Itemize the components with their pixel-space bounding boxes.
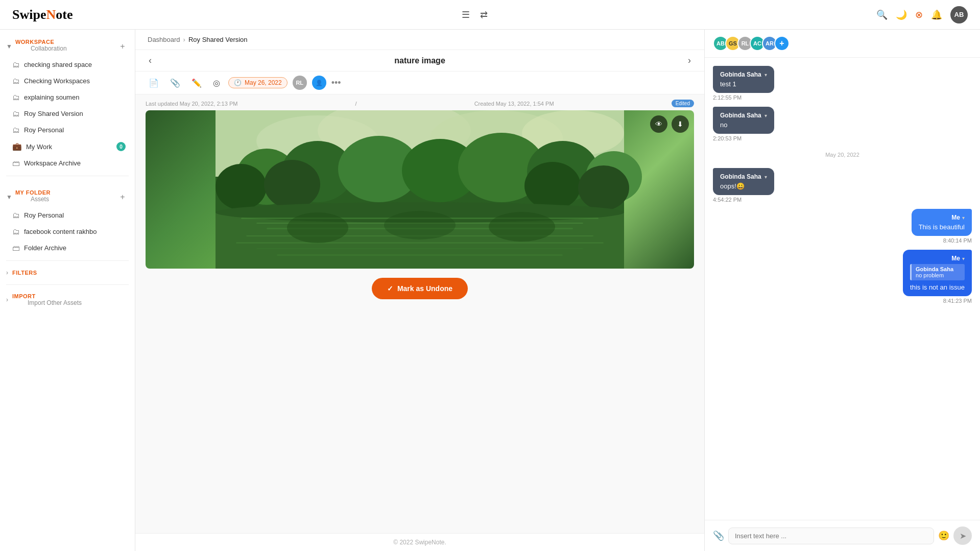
toolbar-user-avatar[interactable]: RL: [293, 76, 307, 90]
sidebar-item-folder-archive[interactable]: 🗃 Folder Archive: [3, 240, 132, 256]
me-label-5: Me: [951, 255, 960, 262]
mark-undone-button[interactable]: ✓ Mark as Undone: [372, 278, 468, 299]
svg-point-16: [578, 165, 629, 210]
chat-text-4: This is beautiful: [919, 223, 965, 231]
breadcrumb-current: Roy Shared Version: [188, 36, 248, 43]
chat-input-field[interactable]: [728, 528, 934, 544]
sender-chevron-3[interactable]: ▾: [764, 174, 767, 180]
image-download-button[interactable]: ⬇: [672, 115, 689, 133]
main-layout: ▼ WORKSPACE Collaboration + 🗂 checking s…: [0, 30, 980, 551]
sender-name-1: Gobinda Saha: [720, 71, 761, 78]
notification-button[interactable]: 🔔: [931, 9, 942, 20]
note-header: ‹ nature image ›: [135, 50, 704, 71]
note-body: Last updated May 20, 2022, 2:13 PM / Cre…: [135, 94, 704, 533]
note-image: [146, 110, 694, 269]
emoji-button[interactable]: 🙂: [938, 530, 949, 541]
breadcrumb-home[interactable]: Dashboard: [148, 36, 180, 43]
chat-time-5: 8:41:23 PM: [943, 298, 972, 304]
svg-rect-25: [277, 254, 563, 256]
filters-label: FILTERS: [12, 270, 37, 276]
sidebar-item-checking-shared[interactable]: 🗂 checking shared space •••: [3, 57, 132, 73]
myfolder-header-left: ▼ MY FOLDER Assets: [6, 189, 51, 205]
workspace-add-button[interactable]: +: [116, 40, 129, 53]
toolbar-edit-button[interactable]: ✏️: [188, 76, 205, 90]
menu-button[interactable]: ☰: [460, 7, 472, 22]
myfolder-header[interactable]: ▼ MY FOLDER Assets +: [0, 185, 135, 207]
import-label: IMPORT: [12, 293, 82, 299]
chat-attach-button[interactable]: 📎: [713, 530, 724, 541]
chat-message-5: Me ▾ Gobinda Saha no problem this is not…: [713, 250, 972, 304]
chat-bubble-4: Me ▾ This is beautiful: [912, 209, 972, 236]
me-label-4: Me: [951, 214, 960, 221]
note-meta-sep: /: [355, 101, 356, 107]
reply-sender: Gobinda Saha: [916, 266, 953, 272]
toolbar-user-avatar-2[interactable]: 👤: [312, 76, 326, 90]
toolbar-share-button[interactable]: ◎: [210, 76, 223, 90]
workspace-header[interactable]: ▼ WORKSPACE Collaboration +: [0, 35, 135, 56]
workspace-chevron-icon: ▼: [6, 43, 12, 50]
workspace-label: WORKSPACE: [15, 39, 67, 45]
refresh-button[interactable]: ⇄: [478, 7, 490, 22]
mark-undone-area: ✓ Mark as Undone: [135, 269, 704, 308]
sidebar-item-roy-personal[interactable]: 🗂 Roy Personal •••: [3, 122, 132, 138]
note-created: Created May 13, 2022, 1:54 PM: [474, 101, 554, 107]
sidebar-item-my-work[interactable]: 💼 My Work 0: [3, 138, 132, 155]
my-work-label: My Work: [26, 143, 52, 151]
sidebar-item-workspace-archive[interactable]: 🗃 Workspace Archive: [3, 155, 132, 171]
archive-icon: 🗃: [12, 159, 20, 167]
user-avatar-nav[interactable]: AB: [950, 6, 968, 23]
search-button[interactable]: 🔍: [876, 9, 888, 20]
folder-icon: 🗂: [12, 109, 20, 118]
folder-icon: 🗂: [12, 126, 20, 134]
me-chevron-5[interactable]: ▾: [962, 256, 965, 261]
import-sub: Import Other Assets: [12, 299, 82, 306]
image-view-button[interactable]: 👁: [650, 115, 667, 133]
myfolder-add-button[interactable]: +: [116, 191, 129, 203]
sidebar-item-explaining[interactable]: 🗂 explaining soumen •••: [3, 89, 132, 105]
top-navbar: SwipeNote ☰ ⇄ 🔍 🌙 ⊗ 🔔 AB: [0, 0, 980, 30]
toolbar-date[interactable]: 🕐 May 26, 2022: [228, 77, 288, 88]
item-label: facebook content rakhbo: [24, 228, 97, 235]
breadcrumb-bar: Dashboard › Roy Shared Version: [135, 30, 704, 50]
workspace-sub: Collaboration: [15, 45, 67, 54]
note-forward-button[interactable]: ›: [685, 54, 694, 67]
sidebar-item-roy-personal-2[interactable]: 🗂 Roy Personal •••: [3, 207, 132, 223]
chat-time-3: 4:54:22 PM: [713, 197, 742, 203]
chat-time-4: 8:40:14 PM: [943, 237, 972, 244]
check-icon: ✓: [387, 284, 393, 293]
workspace-archive-label: Workspace Archive: [24, 159, 81, 167]
reply-text: no problem: [916, 272, 944, 278]
note-footer: © 2022 SwipeNote.: [135, 533, 704, 551]
folder-icon: 🗂: [12, 60, 20, 69]
filters-section[interactable]: › FILTERS: [0, 265, 135, 280]
note-back-button[interactable]: ‹: [146, 54, 155, 67]
item-label: Roy Personal: [24, 126, 64, 134]
filters-chevron-icon: ›: [6, 269, 8, 276]
folder-archive-label: Folder Archive: [24, 244, 66, 252]
svg-point-27: [384, 211, 456, 239]
send-button[interactable]: ➤: [953, 526, 972, 545]
myfolder-label: MY FOLDER: [15, 189, 51, 196]
chat-avatar-add[interactable]: +: [774, 36, 790, 51]
theme-button[interactable]: 🌙: [896, 9, 907, 20]
item-label: explaining soumen: [24, 93, 79, 101]
app-logo: SwipeNote: [12, 7, 73, 22]
chat-bubble-3: Gobinda Saha ▾ oops!😀: [713, 168, 774, 195]
sender-chevron-1[interactable]: ▾: [764, 72, 767, 78]
toolbar-doc-button[interactable]: 📄: [146, 76, 162, 90]
me-chevron-4[interactable]: ▾: [962, 215, 965, 221]
note-image-container: 👁 ⬇: [135, 110, 704, 269]
fire-button[interactable]: ⊗: [915, 9, 923, 20]
toolbar-attach-button[interactable]: 📎: [167, 76, 183, 90]
item-label: Roy Personal: [24, 211, 64, 219]
toolbar-more-button[interactable]: •••: [331, 78, 341, 88]
chat-avatars: AB GS RL AC AR +: [713, 36, 790, 51]
sender-chevron-2[interactable]: ▾: [764, 113, 767, 118]
sidebar-item-checking-workspaces[interactable]: 🗂 Checking Workspaces •••: [3, 73, 132, 89]
briefcase-icon: 💼: [12, 142, 22, 151]
sidebar-item-facebook[interactable]: 🗂 facebook content rakhbo •••: [3, 224, 132, 239]
sidebar-item-roy-shared[interactable]: 🗂 Roy Shared Version •••: [3, 106, 132, 122]
import-section[interactable]: › IMPORT Import Other Assets: [0, 289, 135, 310]
chat-panel: AB GS RL AC AR + Gobinda Saha ▾ test 1 2: [704, 30, 980, 551]
sidebar-divider: [6, 176, 129, 176]
